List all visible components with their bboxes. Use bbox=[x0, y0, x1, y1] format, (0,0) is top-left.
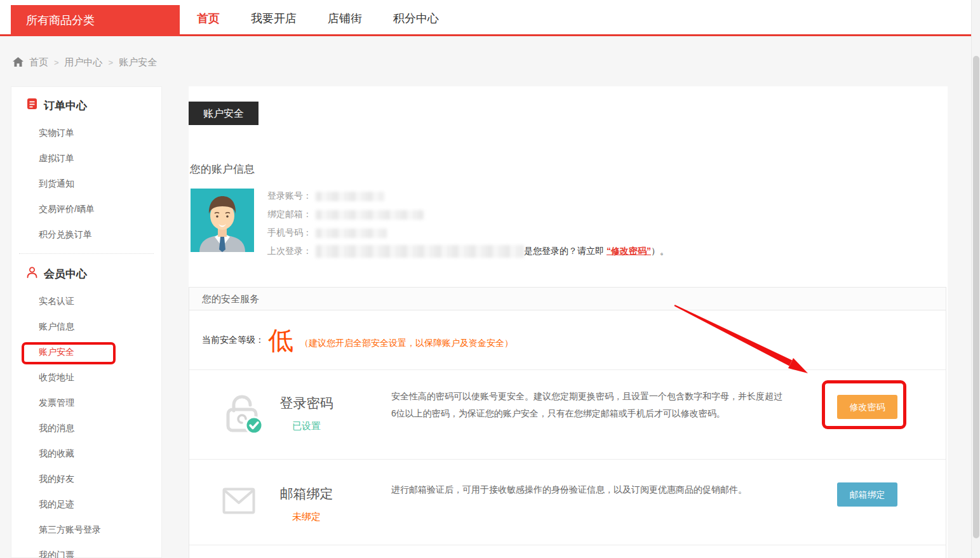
sidebar-section-member-center: 会员中心 bbox=[11, 259, 161, 288]
mail-icon bbox=[222, 488, 255, 517]
sidebar-item-reviews[interactable]: 交易评价/晒单 bbox=[11, 196, 161, 222]
service-status: 已设置 bbox=[254, 420, 359, 432]
breadcrumb-separator: > bbox=[109, 58, 114, 67]
field-mobile-number: 手机号码： bbox=[267, 223, 669, 242]
sidebar-item-invoice-management[interactable]: 发票管理 bbox=[11, 390, 161, 415]
security-level-note: （建议您开启全部安全设置，以保障账户及资金安全） bbox=[300, 338, 513, 349]
field-label: 绑定邮箱： bbox=[267, 209, 312, 219]
sidebar-item-shipping-address[interactable]: 收货地址 bbox=[11, 364, 161, 390]
security-services-panel: 您的安全服务 当前安全等级： 低 （建议您开启全部安全设置，以保障账户及资金安全… bbox=[189, 287, 946, 558]
last-login-text: 是您登录的？请立即 bbox=[524, 246, 604, 256]
top-nav: 首页 我要开店 店铺街 积分中心 bbox=[197, 0, 439, 36]
sidebar-item-my-tickets[interactable]: 我的门票 bbox=[11, 542, 161, 558]
redacted-value bbox=[316, 210, 424, 220]
field-bound-email: 绑定邮箱： bbox=[267, 205, 669, 223]
redacted-value bbox=[316, 245, 524, 258]
sidebar-item-my-footprints[interactable]: 我的足迹 bbox=[11, 491, 161, 517]
scrollbar-thumb[interactable] bbox=[973, 56, 979, 538]
page-title-badge: 账户安全 bbox=[189, 102, 258, 125]
sidebar: 订单中心 实物订单 虚拟订单 到货通知 交易评价/晒单 积分兑换订单 会员中心 … bbox=[11, 86, 162, 558]
nav-home[interactable]: 首页 bbox=[197, 11, 220, 26]
top-header: 所有商品分类 首页 我要开店 店铺街 积分中心 bbox=[0, 0, 980, 36]
breadcrumb-home[interactable]: 首页 bbox=[29, 56, 48, 69]
member-icon bbox=[27, 267, 37, 281]
sidebar-item-my-friends[interactable]: 我的好友 bbox=[11, 466, 161, 491]
field-label: 手机号码： bbox=[267, 227, 312, 237]
last-login-tail: ）。 bbox=[651, 246, 669, 256]
service-status: 未绑定 bbox=[254, 511, 359, 523]
scrollbar-track[interactable] bbox=[971, 0, 980, 558]
sidebar-item-points-orders[interactable]: 积分兑换订单 bbox=[11, 222, 161, 247]
breadcrumb-separator: > bbox=[54, 58, 59, 67]
breadcrumb-user-center[interactable]: 用户中心 bbox=[65, 56, 103, 69]
field-login-account: 登录账号： bbox=[267, 187, 669, 205]
breadcrumb-account-security[interactable]: 账户安全 bbox=[119, 56, 157, 69]
redacted-value bbox=[316, 229, 387, 238]
redacted-value bbox=[316, 192, 384, 201]
service-description: 进行邮箱验证后，可用于接收敏感操作的身份验证信息，以及订阅更优惠商品的促销邮件。 bbox=[391, 481, 784, 498]
field-label: 登录账号： bbox=[267, 190, 312, 201]
sidebar-item-arrival-notice[interactable]: 到货通知 bbox=[11, 171, 161, 196]
breadcrumb: 首页 > 用户中心 > 账户安全 bbox=[13, 55, 157, 70]
security-level-row: 当前安全等级： 低 （建议您开启全部安全设置，以保障账户及资金安全） bbox=[189, 310, 946, 370]
sidebar-item-my-favorites[interactable]: 我的收藏 bbox=[11, 441, 161, 466]
sidebar-item-third-party-login[interactable]: 第三方账号登录 bbox=[11, 517, 161, 542]
order-icon bbox=[27, 98, 37, 113]
service-title-box: 邮箱绑定 未绑定 bbox=[254, 485, 359, 523]
sidebar-item-real-name-auth[interactable]: 实名认证 bbox=[11, 288, 161, 314]
sidebar-item-virtual-orders[interactable]: 虚拟订单 bbox=[11, 145, 161, 171]
service-name: 邮箱绑定 bbox=[254, 485, 359, 503]
account-info-heading: 您的账户信息 bbox=[190, 162, 255, 176]
service-name: 登录密码 bbox=[254, 394, 359, 412]
home-icon bbox=[13, 57, 23, 67]
sidebar-item-account-info[interactable]: 账户信息 bbox=[11, 314, 161, 339]
sidebar-item-account-security[interactable]: 账户安全 bbox=[11, 339, 161, 364]
all-categories-button[interactable]: 所有商品分类 bbox=[11, 5, 180, 36]
change-password-link[interactable]: “修改密码” bbox=[607, 246, 651, 256]
sidebar-section-order-center: 订单中心 bbox=[11, 91, 161, 120]
security-level-label: 当前安全等级： bbox=[202, 335, 264, 346]
change-password-button[interactable]: 修改密码 bbox=[837, 395, 897, 419]
sidebar-section-title: 订单中心 bbox=[44, 98, 87, 113]
field-label: 上次登录： bbox=[267, 246, 312, 256]
nav-shop-street[interactable]: 店铺街 bbox=[328, 11, 362, 26]
nav-points-center[interactable]: 积分中心 bbox=[393, 11, 439, 26]
service-row-email-binding: 邮箱绑定 未绑定 进行邮箱验证后，可用于接收敏感操作的身份验证信息，以及订阅更优… bbox=[189, 460, 946, 545]
main-content: 账户安全 您的账户信息 登录账号： 绑定邮箱： 手机号码： 上次登录 bbox=[189, 86, 948, 558]
service-description: 安全性高的密码可以使账号更安全。建议您定期更换密码，且设置一个包含数字和字母，并… bbox=[391, 388, 784, 422]
service-title-box: 登录密码 已设置 bbox=[254, 394, 359, 432]
nav-open-shop[interactable]: 我要开店 bbox=[251, 11, 297, 26]
sidebar-item-physical-orders[interactable]: 实物订单 bbox=[11, 120, 161, 145]
sidebar-item-my-messages[interactable]: 我的消息 bbox=[11, 415, 161, 441]
security-level-value: 低 bbox=[268, 328, 293, 353]
avatar bbox=[191, 189, 254, 252]
panel-title: 您的安全服务 bbox=[189, 288, 946, 310]
field-last-login: 上次登录：是您登录的？请立即 “修改密码”）。 bbox=[267, 242, 669, 260]
account-fields: 登录账号： 绑定邮箱： 手机号码： 上次登录：是您登录的？请立即 “修改密码”）… bbox=[267, 187, 669, 260]
service-row-login-password: 登录密码 已设置 安全性高的密码可以使账号更安全。建议您定期更换密码，且设置一个… bbox=[189, 370, 946, 460]
sidebar-section-title: 会员中心 bbox=[44, 267, 87, 281]
sidebar-divider bbox=[19, 253, 154, 254]
bind-email-button[interactable]: 邮箱绑定 bbox=[837, 482, 897, 507]
